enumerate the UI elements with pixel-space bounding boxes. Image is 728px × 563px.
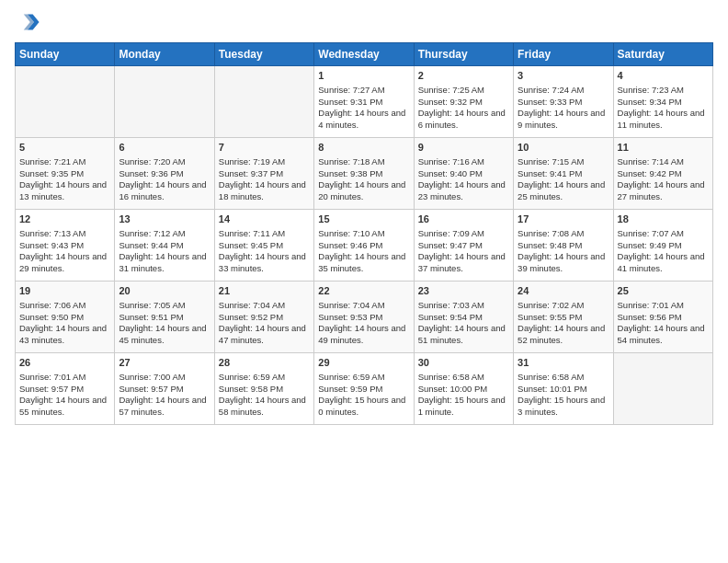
daylight-label: Daylight: 14 hours and 27 minutes. [618, 179, 705, 201]
sunrise-label: Sunrise: 7:18 AM [318, 156, 384, 167]
calendar-cell [214, 66, 313, 138]
daylight-label: Daylight: 14 hours and 29 minutes. [19, 251, 107, 273]
sunrise-label: Sunrise: 7:16 AM [418, 156, 484, 167]
daylight-label: Daylight: 14 hours and 43 minutes. [19, 323, 107, 345]
sunrise-label: Sunrise: 7:20 AM [119, 156, 185, 167]
day-number: 28 [219, 356, 310, 370]
day-number: 29 [318, 356, 409, 370]
day-number: 26 [19, 356, 110, 370]
week-row-2: 5Sunrise: 7:21 AMSunset: 9:35 PMDaylight… [16, 138, 713, 210]
day-header-thursday: Thursday [414, 43, 513, 66]
sunset-label: Sunset: 9:37 PM [219, 168, 283, 178]
calendar-cell: 7Sunrise: 7:19 AMSunset: 9:37 PMDaylight… [214, 138, 313, 210]
sunset-label: Sunset: 9:32 PM [418, 97, 483, 107]
daylight-label: Daylight: 14 hours and 6 minutes. [418, 108, 506, 130]
logo [15, 9, 44, 35]
day-number: 5 [19, 141, 110, 155]
daylight-label: Daylight: 14 hours and 55 minutes. [19, 395, 107, 417]
sunrise-label: Sunrise: 7:12 AM [119, 228, 185, 238]
calendar-cell: 15Sunrise: 7:10 AMSunset: 9:46 PMDayligh… [314, 210, 414, 282]
calendar-cell: 2Sunrise: 7:25 AMSunset: 9:32 PMDaylight… [414, 66, 513, 138]
daylight-label: Daylight: 14 hours and 16 minutes. [119, 179, 206, 201]
day-number: 9 [418, 141, 509, 155]
day-number: 4 [618, 69, 709, 83]
calendar-cell: 12Sunrise: 7:13 AMSunset: 9:43 PMDayligh… [16, 210, 115, 282]
sunset-label: Sunset: 9:48 PM [518, 240, 582, 250]
sunrise-label: Sunrise: 7:24 AM [518, 85, 584, 95]
daylight-label: Daylight: 14 hours and 49 minutes. [318, 323, 405, 345]
daylight-label: Daylight: 15 hours and 1 minute. [418, 395, 506, 417]
daylight-label: Daylight: 14 hours and 57 minutes. [119, 395, 206, 417]
calendar-cell: 21Sunrise: 7:04 AMSunset: 9:52 PMDayligh… [214, 282, 313, 353]
sunset-label: Sunset: 9:44 PM [119, 240, 183, 250]
daylight-label: Daylight: 14 hours and 54 minutes. [618, 323, 705, 345]
day-number: 24 [518, 284, 609, 298]
sunset-label: Sunset: 10:01 PM [518, 384, 587, 394]
calendar-cell: 4Sunrise: 7:23 AMSunset: 9:34 PMDaylight… [613, 66, 712, 138]
calendar-cell: 30Sunrise: 6:58 AMSunset: 10:00 PMDaylig… [414, 353, 513, 425]
sunset-label: Sunset: 9:42 PM [618, 168, 682, 178]
day-header-monday: Monday [115, 43, 214, 66]
daylight-label: Daylight: 14 hours and 9 minutes. [518, 108, 605, 130]
day-number: 13 [119, 213, 210, 226]
calendar-cell: 31Sunrise: 6:58 AMSunset: 10:01 PMDaylig… [514, 353, 613, 425]
calendar-cell: 18Sunrise: 7:07 AMSunset: 9:49 PMDayligh… [613, 210, 712, 282]
day-number: 30 [418, 356, 509, 370]
sunrise-label: Sunrise: 6:58 AM [418, 372, 484, 382]
sunrise-label: Sunrise: 7:25 AM [418, 85, 484, 95]
calendar-cell: 23Sunrise: 7:03 AMSunset: 9:54 PMDayligh… [414, 282, 513, 353]
calendar-cell: 10Sunrise: 7:15 AMSunset: 9:41 PMDayligh… [514, 138, 613, 210]
sunset-label: Sunset: 9:52 PM [219, 312, 283, 322]
daylight-label: Daylight: 14 hours and 47 minutes. [219, 323, 306, 345]
sunset-label: Sunset: 9:43 PM [19, 240, 84, 250]
day-number: 11 [618, 141, 709, 155]
calendar-cell: 25Sunrise: 7:01 AMSunset: 9:56 PMDayligh… [613, 282, 712, 353]
sunset-label: Sunset: 9:41 PM [518, 168, 582, 178]
daylight-label: Daylight: 14 hours and 45 minutes. [119, 323, 206, 345]
day-number: 15 [318, 213, 409, 226]
sunset-label: Sunset: 9:54 PM [418, 312, 483, 322]
day-number: 18 [618, 213, 709, 226]
daylight-label: Daylight: 14 hours and 18 minutes. [219, 179, 306, 201]
sunset-label: Sunset: 9:38 PM [318, 168, 382, 178]
daylight-label: Daylight: 14 hours and 35 minutes. [318, 251, 405, 273]
sunrise-label: Sunrise: 7:09 AM [418, 228, 484, 238]
calendar-cell: 13Sunrise: 7:12 AMSunset: 9:44 PMDayligh… [115, 210, 214, 282]
sunset-label: Sunset: 9:31 PM [318, 97, 382, 107]
sunset-label: Sunset: 9:51 PM [119, 312, 183, 322]
day-number: 27 [119, 356, 210, 370]
sunrise-label: Sunrise: 7:13 AM [19, 228, 85, 238]
calendar-cell: 1Sunrise: 7:27 AMSunset: 9:31 PMDaylight… [314, 66, 414, 138]
day-number: 10 [518, 141, 609, 155]
daylight-label: Daylight: 14 hours and 23 minutes. [418, 179, 506, 201]
sunrise-label: Sunrise: 7:01 AM [618, 300, 684, 310]
sunset-label: Sunset: 9:47 PM [418, 240, 483, 250]
calendar-cell [613, 353, 712, 425]
day-header-saturday: Saturday [613, 43, 712, 66]
sunrise-label: Sunrise: 7:19 AM [219, 156, 285, 167]
sunset-label: Sunset: 9:56 PM [618, 312, 682, 322]
daylight-label: Daylight: 14 hours and 31 minutes. [119, 251, 206, 273]
calendar-cell: 8Sunrise: 7:18 AMSunset: 9:38 PMDaylight… [314, 138, 414, 210]
day-number: 20 [119, 284, 210, 298]
daylight-label: Daylight: 14 hours and 58 minutes. [219, 395, 306, 417]
calendar-cell: 17Sunrise: 7:08 AMSunset: 9:48 PMDayligh… [514, 210, 613, 282]
sunrise-label: Sunrise: 7:14 AM [618, 156, 684, 167]
daylight-label: Daylight: 14 hours and 51 minutes. [418, 323, 506, 345]
header [15, 9, 713, 35]
daylight-label: Daylight: 14 hours and 39 minutes. [518, 251, 605, 273]
day-number: 23 [418, 284, 509, 298]
calendar-cell: 20Sunrise: 7:05 AMSunset: 9:51 PMDayligh… [115, 282, 214, 353]
calendar-cell [115, 66, 214, 138]
calendar-cell: 9Sunrise: 7:16 AMSunset: 9:40 PMDaylight… [414, 138, 513, 210]
daylight-label: Daylight: 14 hours and 25 minutes. [518, 179, 605, 201]
sunrise-label: Sunrise: 7:23 AM [618, 85, 684, 95]
sunrise-label: Sunrise: 7:02 AM [518, 300, 584, 310]
day-number: 31 [518, 356, 609, 370]
week-row-4: 19Sunrise: 7:06 AMSunset: 9:50 PMDayligh… [16, 282, 713, 353]
calendar-cell: 29Sunrise: 6:59 AMSunset: 9:59 PMDayligh… [314, 353, 414, 425]
sunrise-label: Sunrise: 6:59 AM [219, 372, 285, 382]
day-number: 21 [219, 284, 310, 298]
sunset-label: Sunset: 9:40 PM [418, 168, 483, 178]
daylight-label: Daylight: 14 hours and 37 minutes. [418, 251, 506, 273]
